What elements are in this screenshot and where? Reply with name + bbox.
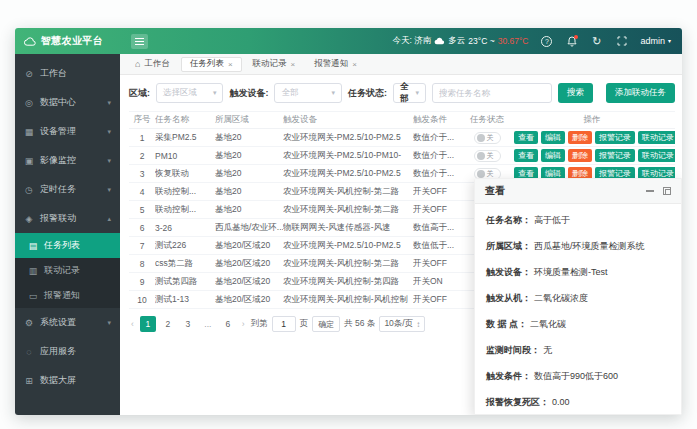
cell-status: 关 (465, 150, 509, 162)
cell-index: 6 (129, 223, 155, 233)
status-toggle[interactable]: 关 (474, 132, 501, 144)
linkage-records-button[interactable]: 联动记录 (638, 131, 675, 144)
page-size-value: 10条/页 (384, 318, 413, 330)
sidebar-item-label: 影像监控 (40, 154, 76, 167)
fullscreen-button[interactable] (615, 35, 628, 48)
sidebar-item-workbench[interactable]: ⊘ 工作台 (15, 59, 120, 88)
edit-button[interactable]: 编辑 (541, 131, 565, 144)
close-icon[interactable]: × (291, 60, 296, 69)
delete-button[interactable]: 删除 (568, 131, 592, 144)
cell-region: 基地20 (215, 186, 283, 198)
sidebar-subitem-task-list[interactable]: ▤ 任务列表 (15, 233, 120, 258)
sidebar-item-device-management[interactable]: ▦ 设备管理 ▾ (15, 117, 120, 146)
column-header-3: 触发设备 (283, 114, 413, 126)
close-icon[interactable]: × (228, 60, 233, 69)
notifications-button[interactable] (565, 35, 578, 48)
add-linkage-task-button[interactable]: 添加联动任务 (606, 83, 675, 103)
next-page-button[interactable]: › (240, 319, 247, 329)
fullscreen-icon (617, 36, 627, 46)
region-label: 区域: (129, 87, 150, 100)
dialog-field: 触发条件： 数值高于990低于600 (486, 370, 670, 383)
view-button[interactable]: 查看 (514, 149, 538, 162)
status-toggle[interactable]: 关 (474, 150, 501, 162)
region-select[interactable]: 选择区域 ▾ (156, 83, 223, 103)
alarm-records-button[interactable]: 报警记录 (595, 131, 635, 144)
page-button-6[interactable]: 6 (220, 316, 236, 332)
cell-region: 基地20/区域20 (215, 276, 283, 288)
cell-task-name: 3-26 (155, 223, 215, 233)
cell-region: 基地20/区域20 (215, 240, 283, 252)
refresh-button[interactable]: ↻ (590, 35, 603, 48)
sidebar-subitem-label: 报警通知 (44, 289, 80, 302)
view-button[interactable]: 查看 (514, 131, 538, 144)
edit-button[interactable]: 编辑 (541, 149, 565, 162)
field-label: 任务名称： (486, 214, 531, 227)
jump-confirm-button[interactable]: 确定 (312, 316, 340, 332)
page-jump-input[interactable] (272, 316, 296, 332)
sidebar-item-video-monitor[interactable]: ▣ 影像监控 ▾ (15, 146, 120, 175)
cell-condition: 数值低于... (413, 240, 465, 252)
sidebar-item-system-settings[interactable]: ⚙ 系统设置 ▾ (15, 308, 120, 337)
cell-index: 5 (129, 205, 155, 215)
tab-label: 工作台 (144, 58, 170, 70)
user-menu[interactable]: admin ▾ (640, 36, 671, 46)
cell-task-name: 联动控制... (155, 186, 215, 198)
status-label: 任务状态: (348, 87, 387, 100)
column-header-5: 任务状态 (465, 114, 509, 126)
linkage-records-button[interactable]: 联动记录 (638, 149, 675, 162)
maximize-icon[interactable] (663, 187, 671, 195)
tab-alarm-notice[interactable]: 报警通知 × (306, 57, 365, 72)
cell-index: 7 (129, 241, 155, 251)
status-select[interactable]: 全部 ▾ (393, 83, 426, 103)
page-button-1[interactable]: 1 (140, 316, 156, 332)
updown-icon: ↕ (416, 320, 420, 329)
cell-region: 基地20/区域20 (215, 294, 283, 306)
search-input[interactable] (432, 83, 552, 103)
dialog-field: 所属区域： 西瓜基地/环境质量检测系统 (486, 240, 670, 253)
tab-task-list[interactable]: 任务列表 × (181, 57, 242, 72)
page-button-2[interactable]: 2 (160, 316, 176, 332)
jump-label: 到第 (251, 318, 268, 330)
sidebar-subitem-linkage-records[interactable]: ▥ 联动记录 (15, 258, 120, 283)
page-button-3[interactable]: 3 (180, 316, 196, 332)
cell-region: 基地20 (215, 150, 283, 162)
sidebar-subitem-alarm-notifications[interactable]: ▭ 报警通知 (15, 283, 120, 308)
sidebar-subitem-label: 任务列表 (44, 239, 80, 252)
sidebar-item-app-service[interactable]: ◌ 应用服务 (15, 337, 120, 366)
sidebar-collapse-button[interactable] (131, 34, 148, 49)
cell-task-name: 测试第四路 (155, 276, 215, 288)
device-select[interactable]: 全部 ▾ (274, 83, 341, 103)
alarm-records-button[interactable]: 报警记录 (595, 149, 635, 162)
tab-workbench[interactable]: ⌂ 工作台 (127, 57, 178, 72)
cell-condition: 开关OFF (413, 204, 465, 216)
cloud-icon (24, 37, 36, 46)
field-value: 二氧化碳浓度 (534, 292, 588, 305)
status-value: 全部 (400, 81, 412, 105)
field-label: 所属区域： (486, 240, 531, 253)
notice-icon: ▭ (28, 291, 38, 301)
help-button[interactable]: ? (540, 35, 553, 48)
sidebar-item-scheduled-tasks[interactable]: ◷ 定时任务 ▾ (15, 175, 120, 204)
temp-range: 23°C ~ (468, 36, 494, 46)
sidebar-item-data-center[interactable]: ◎ 数据中心 ▾ (15, 88, 120, 117)
page-size-select[interactable]: 10条/页 ↕ (379, 316, 425, 332)
close-icon[interactable]: × (352, 60, 357, 69)
chevron-down-icon: ▾ (668, 38, 671, 44)
search-button[interactable]: 搜索 (558, 83, 593, 103)
home-icon: ⌂ (135, 59, 140, 69)
cell-index: 4 (129, 187, 155, 197)
gear-icon: ⚙ (24, 318, 34, 328)
delete-button[interactable]: 删除 (568, 149, 592, 162)
cell-region: 基地20/区域20 (215, 258, 283, 270)
dialog-field: 触发从机： 二氧化碳浓度 (486, 292, 670, 305)
minimize-icon[interactable] (646, 190, 654, 192)
sidebar-item-alarm-linkage[interactable]: ◈ 报警联动 ▴ (15, 204, 120, 233)
cell-region: 基地20 (215, 132, 283, 144)
prev-page-button[interactable]: ‹ (129, 319, 136, 329)
sidebar-item-data-screen[interactable]: ⊞ 数据大屏 (15, 366, 120, 395)
dialog-field: 监测时间段： 无 (486, 344, 670, 357)
record-icon: ▥ (28, 266, 38, 276)
cell-device: 农业环境网关-PM2.5/10-PM10- (283, 150, 413, 162)
tab-linkage-records[interactable]: 联动记录 × (245, 57, 304, 72)
chevron-icon: ▾ (107, 128, 111, 136)
